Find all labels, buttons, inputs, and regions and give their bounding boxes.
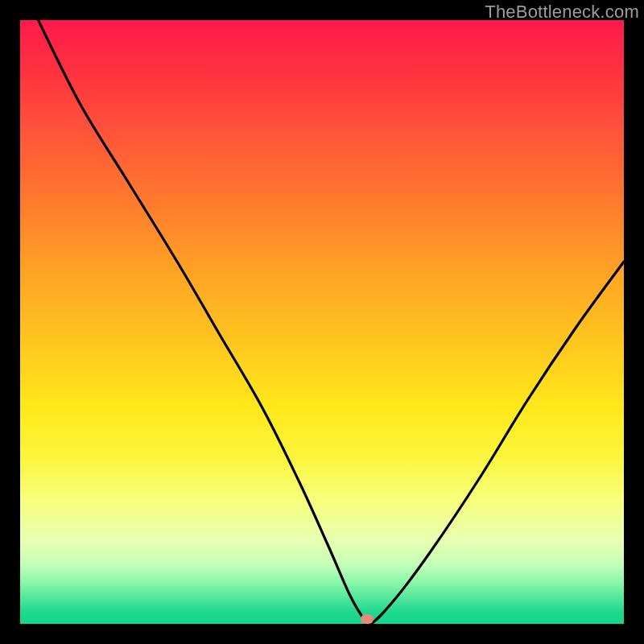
- curve-path: [39, 20, 625, 625]
- chart-frame: TheBottleneck.com: [0, 0, 644, 644]
- watermark-text: TheBottleneck.com: [485, 2, 639, 23]
- bottleneck-curve: [20, 20, 624, 624]
- vertex-marker: [361, 614, 374, 624]
- plot-area: [20, 20, 624, 624]
